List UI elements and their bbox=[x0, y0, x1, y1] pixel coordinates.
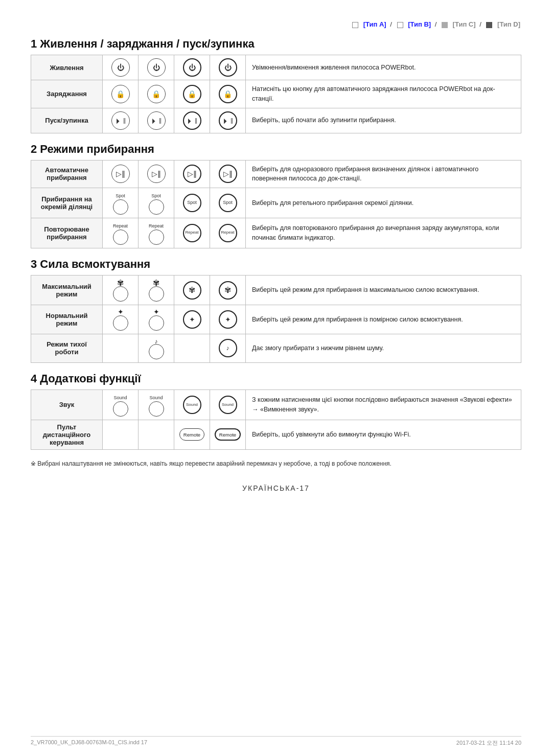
norm-icon-d: ✦ bbox=[219, 310, 237, 329]
icon-cell-b: Spot bbox=[139, 188, 174, 218]
icon-cell-a: ✾ bbox=[103, 275, 139, 305]
sound-icon-d: Sound bbox=[219, 396, 237, 414]
icon-cell-a: ⏻ bbox=[103, 55, 139, 80]
icon-cell-a: ✦ bbox=[103, 305, 139, 334]
type-c-box bbox=[441, 20, 449, 28]
auto-icon-c: ▷‖ bbox=[183, 165, 201, 183]
auto-icon-d: ▷‖ bbox=[219, 165, 237, 183]
table-row: Пульт дистанційного керування Remote Rem… bbox=[31, 420, 521, 449]
type-a-box bbox=[351, 20, 359, 28]
power-icon-b: ⏻ bbox=[147, 58, 166, 77]
row-label: Пульт дистанційного керування bbox=[31, 420, 103, 449]
icon-cell-a bbox=[103, 334, 139, 362]
row-label: Пуск/зупинка bbox=[31, 108, 103, 133]
icon-cell-c: Spot bbox=[174, 188, 210, 218]
playstop-icon-b: ⏵‖ bbox=[147, 111, 166, 130]
icon-cell-b: 🔒 bbox=[139, 80, 174, 108]
auto-icon-a: ▷‖ bbox=[111, 165, 130, 183]
icon-cell-c: ✾ bbox=[174, 275, 210, 305]
row-desc: Дає змогу прибирати з нижчим рівнем шуму… bbox=[246, 334, 521, 362]
playstop-icon-d: ⏵‖ bbox=[219, 111, 237, 130]
auto-icon-b: ▷‖ bbox=[147, 165, 166, 183]
type-b-box bbox=[396, 20, 404, 28]
icon-cell-d: Spot bbox=[210, 188, 246, 218]
type-d-label: [Тип D] bbox=[497, 20, 520, 28]
section4-title: 4 Додаткові функції bbox=[31, 372, 521, 385]
icon-cell-d: Remote bbox=[210, 420, 246, 449]
power-icon-d: ⏻ bbox=[219, 58, 237, 77]
charge-icon-a: 🔒 bbox=[111, 85, 130, 103]
section2-table: Автоматичне прибирання ▷‖ ▷‖ ▷‖ ▷‖ Вибер… bbox=[31, 160, 521, 248]
spot-icon-d: Spot bbox=[219, 194, 237, 212]
row-desc: Виберіть для ретельного прибирання окрем… bbox=[246, 188, 521, 218]
type-d-box bbox=[485, 20, 493, 28]
row-desc: Натисніть цю кнопку для автоматичного за… bbox=[246, 80, 521, 108]
row-desc: Виберіть цей режим для прибирання із пом… bbox=[246, 305, 521, 334]
icon-cell-d: ♪ bbox=[210, 334, 246, 362]
icon-cell-b: ▷‖ bbox=[139, 160, 174, 188]
section4-table: Звук Sound Sound Sound Sound З кожним на… bbox=[31, 390, 521, 450]
icon-cell-d: ⏻ bbox=[210, 55, 246, 80]
icon-cell-c: ⏵‖ bbox=[174, 108, 210, 133]
section2-title: 2 Режими прибирання bbox=[31, 143, 521, 156]
table-row: Повторюване прибирання Repeat Repeat Rep… bbox=[31, 218, 521, 248]
row-desc: Виберіть для одноразового прибирання виз… bbox=[246, 160, 521, 188]
sound-icon-a: Sound bbox=[113, 396, 128, 417]
icon-cell-d: ⏵‖ bbox=[210, 108, 246, 133]
icon-cell-d: ▷‖ bbox=[210, 160, 246, 188]
row-label: Автоматичне прибирання bbox=[31, 160, 103, 188]
max-icon-b: ✾ bbox=[149, 279, 164, 302]
page-number: УКРАЇНСЬКА-17 bbox=[31, 484, 521, 492]
icon-cell-a: 🔒 bbox=[103, 80, 139, 108]
table-row: Пуск/зупинка ⏵‖ ⏵‖ ⏵‖ ⏵‖ Виберіть, щоб п… bbox=[31, 108, 521, 133]
section3-table: Максимальний режим ✾ ✾ ✾ ✾ Виберіть цей … bbox=[31, 275, 521, 363]
table-row: Нормальний режим ✦ ✦ ✦ ✦ Виберіть цей ре… bbox=[31, 305, 521, 334]
row-desc: Увімкнення/вимкнення живлення пилососа P… bbox=[246, 55, 521, 80]
table-row: Прибирання на окремій ділянці Spot Spot … bbox=[31, 188, 521, 218]
bottom-right: 2017-03-21 오전 11:14 20 bbox=[456, 739, 521, 747]
icon-cell-d: ✾ bbox=[210, 275, 246, 305]
quiet-icon-b: ♪ bbox=[149, 338, 164, 359]
row-label: Прибирання на окремій ділянці bbox=[31, 188, 103, 218]
table-row: Живлення ⏻ ⏻ ⏻ ⏻ Увімкнення/вимкнення жи… bbox=[31, 55, 521, 80]
footer-note: ※ Вибрані налаштування не змінюються, на… bbox=[31, 459, 521, 469]
remote-icon-d: Remote bbox=[215, 428, 241, 441]
row-desc: Виберіть, щоб почати або зупинити прибир… bbox=[246, 108, 521, 133]
power-icon-c: ⏻ bbox=[183, 58, 201, 77]
remote-icon-c: Remote bbox=[179, 428, 204, 441]
sound-icon-b: Sound bbox=[149, 396, 164, 417]
icon-cell-a: Repeat bbox=[103, 218, 139, 248]
icon-cell-b: ♪ bbox=[139, 334, 174, 362]
type-a-label: [Тип A] bbox=[363, 20, 386, 28]
charge-icon-c: 🔒 bbox=[183, 85, 201, 103]
norm-icon-c: ✦ bbox=[183, 310, 201, 329]
icon-cell-d: Repeat bbox=[210, 218, 246, 248]
max-icon-d: ✾ bbox=[219, 281, 237, 300]
row-desc: Виберіть, щоб увімкнути або вимкнути фун… bbox=[246, 420, 521, 449]
playstop-icon-c: ⏵‖ bbox=[183, 111, 201, 130]
row-label: Заряджання bbox=[31, 80, 103, 108]
quiet-icon-d: ♪ bbox=[219, 339, 237, 357]
icon-cell-c: ▷‖ bbox=[174, 160, 210, 188]
icon-cell-c: Repeat bbox=[174, 218, 210, 248]
icon-cell-c: ⏻ bbox=[174, 55, 210, 80]
repeat-icon-b: Repeat bbox=[149, 224, 164, 245]
bottom-bar: 2_VR7000_UK_DJ68-00763M-01_CIS.indd 17 2… bbox=[31, 736, 521, 747]
repeat-icon-a: Repeat bbox=[113, 224, 128, 245]
playstop-icon-a: ⏵‖ bbox=[111, 111, 130, 130]
type-b-label: [Тип B] bbox=[408, 20, 431, 28]
icon-cell-c: 🔒 bbox=[174, 80, 210, 108]
bottom-left: 2_VR7000_UK_DJ68-00763M-01_CIS.indd 17 bbox=[31, 739, 147, 747]
icon-cell-b: Repeat bbox=[139, 218, 174, 248]
repeat-icon-c: Repeat bbox=[183, 224, 201, 242]
row-desc: Виберіть цей режим для прибирання із мак… bbox=[246, 275, 521, 305]
icon-cell-a: Sound bbox=[103, 390, 139, 420]
power-icon-a: ⏻ bbox=[111, 58, 130, 77]
icon-cell-b bbox=[139, 420, 174, 449]
section3-title: 3 Сила всмоктування bbox=[31, 258, 521, 271]
repeat-icon-d: Repeat bbox=[219, 224, 237, 242]
row-label: Нормальний режим bbox=[31, 305, 103, 334]
icon-cell-c: Sound bbox=[174, 390, 210, 420]
icon-cell-c bbox=[174, 334, 210, 362]
sound-icon-c: Sound bbox=[183, 396, 201, 414]
